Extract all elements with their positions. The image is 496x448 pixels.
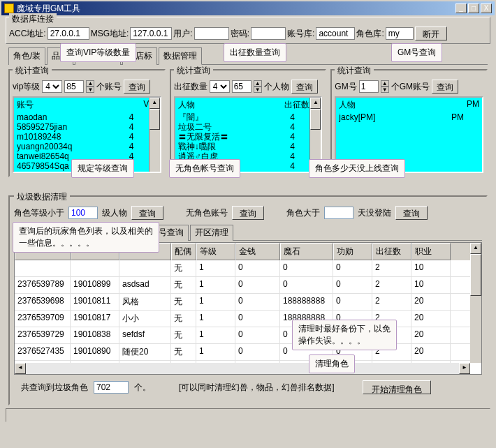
result-grid[interactable]: 配偶等级金钱魔石功勋出征数职业 无10002102376539789190108… bbox=[14, 242, 482, 375]
list-item[interactable]: 『闇』4 bbox=[178, 112, 319, 122]
status-bar bbox=[6, 408, 490, 422]
grid-vscroll[interactable]: ▲ bbox=[470, 243, 481, 363]
callout-gm-query: GM号查询 bbox=[391, 43, 442, 62]
grid-col-header[interactable]: 等级 bbox=[196, 243, 235, 260]
callout-expedition-query: 出征数量查询 bbox=[224, 43, 286, 62]
callout-result-list: 查询后的玩家角色列表，以及相关的一些信息。。。。。 bbox=[13, 222, 159, 253]
msg-label: MSG地址: bbox=[91, 28, 129, 40]
list-item[interactable]: jacky[PM]PM bbox=[339, 112, 479, 122]
list-item[interactable]: 〓无限复活〓4 bbox=[178, 132, 319, 142]
roledb-label: 角色库: bbox=[356, 28, 384, 40]
grid-col-header[interactable]: 功勋 bbox=[333, 243, 372, 260]
db-connection-group: 数据库连接 ACC地址: MSG地址: 用户: 密码: 账号库: 角色库: 断开 bbox=[6, 17, 490, 44]
trash-count-input[interactable] bbox=[94, 381, 129, 394]
level-query-button[interactable]: 查询 bbox=[131, 206, 163, 220]
table-row[interactable]: 237653969819010811风格无101888888880220 bbox=[15, 294, 481, 311]
callout-vip-query: 查询VIP等级数量 bbox=[60, 43, 136, 62]
minimize-button[interactable]: _ bbox=[455, 3, 467, 13]
table-row[interactable]: 无1000210 bbox=[15, 260, 481, 277]
vip-stepper[interactable]: ▲▼ bbox=[86, 80, 94, 93]
vip-scrollbar[interactable]: ▲ bbox=[149, 98, 160, 172]
exp-val-input[interactable] bbox=[232, 80, 251, 93]
list-item[interactable]: maodan4 bbox=[17, 112, 157, 122]
user-label: 用户: bbox=[173, 28, 192, 40]
grid-col-header[interactable]: 金钱 bbox=[235, 243, 280, 260]
maximize-button[interactable]: □ bbox=[468, 3, 479, 13]
vip-val-input[interactable] bbox=[64, 80, 84, 93]
start-clean-button[interactable]: 开始清理角色 bbox=[363, 380, 431, 394]
gm-query-button[interactable]: 查询 bbox=[432, 80, 458, 94]
days-input[interactable] bbox=[324, 207, 353, 219]
callout-offline-query: 角色多少天没上线查询 bbox=[309, 159, 405, 178]
vip-op-select[interactable]: 4 bbox=[42, 80, 62, 93]
accdb-label: 账号库: bbox=[287, 28, 314, 40]
list-item[interactable]: yuangn20034q4 bbox=[17, 142, 157, 151]
offline-query-button[interactable]: 查询 bbox=[395, 206, 428, 220]
pwd-label: 密码: bbox=[231, 28, 249, 40]
grid-col-header[interactable]: 魔石 bbox=[280, 243, 333, 260]
list-item[interactable]: m101892484 bbox=[17, 132, 157, 142]
subtab-zone[interactable]: 开区清理 bbox=[190, 225, 233, 241]
table-row[interactable]: 237653970919010817小小无101888888880220 bbox=[15, 311, 481, 327]
titlebar: 魔域专用GM工具 _ □ X bbox=[1, 1, 495, 15]
level-lt-input[interactable] bbox=[68, 207, 98, 219]
conn-legend: 数据库连接 bbox=[9, 13, 57, 25]
exp-stepper[interactable]: ▲▼ bbox=[254, 80, 262, 93]
tab-data-mgmt[interactable]: 数据管理 bbox=[159, 47, 202, 65]
grid-col-header[interactable]: 配偶 bbox=[171, 243, 196, 260]
callout-clean-role: 清理角色 bbox=[309, 354, 355, 373]
gm-val-input[interactable] bbox=[359, 80, 379, 93]
user-input[interactable] bbox=[194, 27, 229, 40]
list-item[interactable]: 58595275jian4 bbox=[17, 122, 157, 132]
norole-query-button[interactable]: 查询 bbox=[232, 206, 264, 220]
list-item[interactable]: 戰神↓嚸限4 bbox=[178, 142, 319, 151]
gm-stepper[interactable]: ▲▼ bbox=[381, 80, 389, 93]
close-button[interactable]: X bbox=[481, 3, 492, 13]
callout-backup-warning: 清理时最好备份下，以免操作失误。。。。 bbox=[292, 320, 397, 350]
app-icon bbox=[4, 3, 14, 13]
list-item[interactable]: 垃圾二号4 bbox=[178, 122, 319, 132]
table-row[interactable]: 237652743519010890随便20无1000220 bbox=[15, 344, 481, 361]
msg-input[interactable] bbox=[130, 27, 172, 40]
table-row[interactable]: 237653978919010899asdsad无1000210 bbox=[15, 277, 481, 294]
roledb-input[interactable] bbox=[386, 27, 414, 40]
exp-op-select[interactable]: 4 bbox=[210, 80, 230, 93]
callout-norole-query: 无角色帐号查询 bbox=[169, 159, 240, 178]
grid-hscroll[interactable]: ◄► bbox=[15, 363, 470, 374]
grid-col-header[interactable]: 职业 bbox=[411, 243, 451, 260]
table-row[interactable]: 237653972919010838sefdsf无1000220 bbox=[15, 327, 481, 344]
accdb-input[interactable] bbox=[316, 27, 355, 40]
callout-level-query: 规定等级查询 bbox=[71, 159, 134, 178]
acc-input[interactable] bbox=[48, 27, 89, 40]
pwd-input[interactable] bbox=[251, 27, 286, 40]
acc-label: ACC地址: bbox=[9, 28, 46, 40]
disconnect-button[interactable]: 断开 bbox=[415, 27, 447, 40]
grid-col-header[interactable]: 出征数 bbox=[372, 243, 411, 260]
window-title: 魔域专用GM工具 bbox=[17, 3, 80, 15]
exp-query-button[interactable]: 查询 bbox=[291, 80, 318, 94]
vip-query-button[interactable]: 查询 bbox=[124, 80, 150, 94]
tab-role[interactable]: 角色/装 bbox=[8, 47, 45, 65]
